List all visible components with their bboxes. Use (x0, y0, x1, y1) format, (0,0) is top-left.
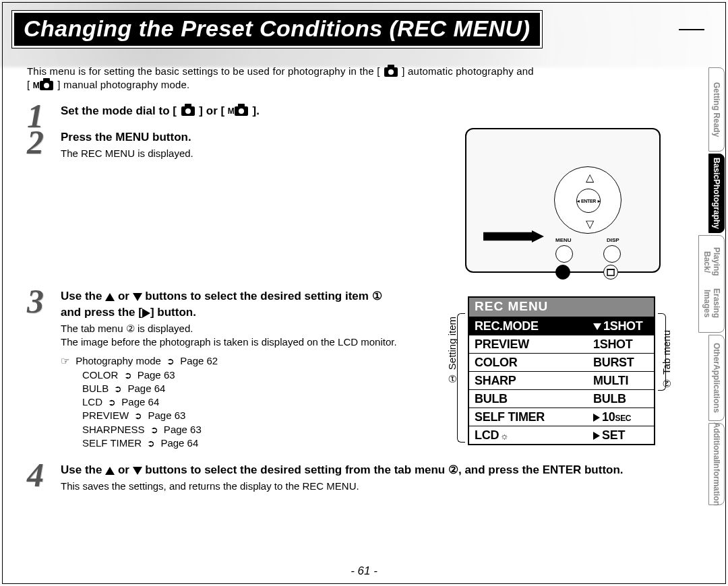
intro-part3: [ (27, 79, 33, 90)
enter-button-label: ENTER (576, 189, 601, 213)
side-tab[interactable]: BasicPhotography (708, 154, 725, 233)
step3-body: The tab menu ② is displayed. The image b… (61, 322, 404, 350)
small-button-2 (603, 265, 618, 280)
menu-button-label: MENU (555, 237, 572, 243)
side-tab[interactable]: AdditionalInformation (708, 423, 725, 505)
step-1: 1 Set the mode dial to [ ] or [ M ]. (61, 103, 664, 119)
ref-line: SELF TIMER Page 64 (82, 436, 404, 450)
rec-menu-screenshot: REC MENU REC.MODE1SHOTPREVIEW1SHOTCOLORB… (468, 296, 655, 445)
step4-heading: Use the or buttons to select the desired… (61, 462, 654, 478)
camera-icon (181, 106, 195, 116)
m-prefix: M (228, 106, 235, 117)
rec-menu-row: LCDSET (469, 426, 654, 444)
caption-setting-item: ① Setting item (446, 317, 458, 385)
step-number-icon: 4 (27, 458, 44, 492)
arrow-icon (164, 355, 177, 366)
step1-b: ] or [ (199, 104, 228, 117)
step1-c: ]. (253, 104, 260, 117)
rec-menu-title: REC MENU (469, 298, 654, 317)
m-prefix: M (33, 80, 40, 91)
small-button-1 (555, 265, 570, 280)
svg-rect-0 (607, 269, 614, 275)
camera-icon (235, 106, 248, 116)
t: Use the (61, 290, 105, 302)
rec-menu-row: COLORBURST (469, 353, 654, 371)
t: buttons to select the desired setting fr… (145, 463, 623, 476)
ref-line: PREVIEW Page 63 (82, 409, 404, 422)
page-number: - 61 - (351, 564, 377, 578)
disp-button (603, 245, 621, 263)
side-tab[interactable]: Getting Ready (708, 67, 725, 152)
camera-icon (384, 67, 398, 77)
step1-heading: Set the mode dial to [ ] or [ M ]. (61, 103, 664, 119)
t: The image before the photograph is taken… (61, 336, 397, 348)
page-title-band: Changing the Preset Conditions (REC MENU… (12, 12, 704, 46)
rec-menu-row: REC.MODE1SHOT (469, 317, 654, 335)
menu-button (555, 245, 573, 263)
ref-lead-page: Page 62 (180, 355, 218, 366)
step-number-icon: 2 (27, 125, 44, 159)
camera-illustration: △ ▽ ENTER MENU DISP (465, 128, 661, 273)
side-tabs: Getting ReadyBasicPhotographyPlaying Bac… (672, 67, 725, 507)
intro-text: This menu is for setting the basic setti… (27, 65, 664, 92)
title-rule (679, 29, 704, 30)
t: or (118, 290, 133, 302)
step3-refs: ☞ Photography mode Page 62 COLOR Page 63… (61, 354, 404, 450)
intro-part4: ] manual photography mode. (57, 79, 189, 90)
ref-lead: Photography mode (75, 355, 161, 366)
dpad-down-icon: ▽ (586, 218, 594, 230)
side-tab[interactable]: OtherApplications (708, 335, 725, 421)
ref-line: BULB Page 64 (82, 382, 404, 395)
dpad-ring: △ ▽ ENTER (554, 166, 621, 234)
step3-heading: Use the or buttons to select the desired… (61, 288, 404, 321)
svg-marker-2 (483, 230, 544, 242)
arrow-to-menu-icon (480, 230, 547, 242)
disp-button-label: DISP (607, 237, 619, 243)
t: ] button. (150, 306, 196, 319)
step1-a: Set the mode dial to [ (61, 104, 180, 117)
pointer-icon: ☞ (61, 354, 73, 368)
camera-icon (40, 81, 53, 90)
down-triangle-icon (133, 467, 142, 475)
rec-menu-row: SHARPMULTI (469, 371, 654, 389)
rec-menu-row: PREVIEW1SHOT (469, 335, 654, 353)
step-3: 3 Use the or buttons to select the desir… (61, 288, 404, 450)
ref-line: LCD Page 64 (82, 395, 404, 409)
t: Use the (61, 463, 105, 476)
side-tab[interactable]: Playing Back/Erasing Images (698, 235, 725, 333)
up-triangle-icon (105, 293, 115, 301)
intro-part1: This menu is for setting the basic setti… (27, 65, 383, 77)
down-triangle-icon (133, 293, 142, 301)
step4-body: This saves the settings, and returns the… (61, 480, 654, 493)
caption-tab-menu: ② Tab menu (661, 330, 673, 389)
up-triangle-icon (105, 467, 115, 475)
rec-menu-row: SELF TIMER10SEC (469, 408, 654, 426)
ref-line: SHARPNESS Page 63 (82, 423, 404, 436)
right-triangle-icon (142, 308, 150, 318)
t: The tab menu ② is displayed. (61, 323, 193, 334)
rec-menu-row: BULBBULB (469, 389, 654, 408)
step-number-icon: 3 (27, 284, 44, 318)
ref-line: COLOR Page 63 (82, 368, 404, 382)
step-4: 4 Use the or buttons to select the desir… (61, 462, 654, 493)
intro-part2: ] automatic photography and (402, 65, 534, 77)
t: or (118, 463, 133, 476)
page-title: Changing the Preset Conditions (REC MENU… (12, 11, 542, 48)
dpad-up-icon: △ (586, 171, 594, 184)
